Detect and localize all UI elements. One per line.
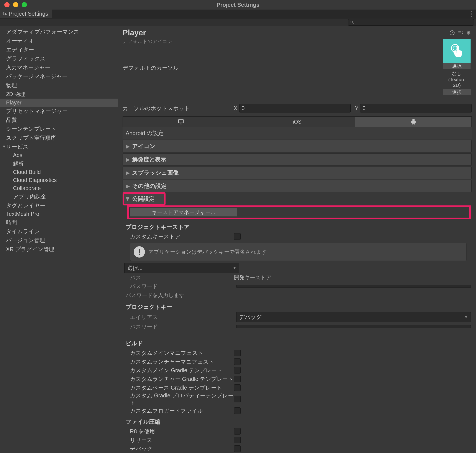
hotspot-y-label: Y <box>352 105 359 111</box>
tab-label: Project Settings <box>9 10 48 17</box>
gear-icon <box>2 11 7 16</box>
svg-rect-13 <box>411 121 412 123</box>
sidebar-item-textmesh-pro[interactable]: TextMesh Pro <box>0 210 118 218</box>
custom-keystore-checkbox[interactable] <box>234 233 241 240</box>
chevron-right-icon: ▶ <box>126 184 130 189</box>
sidebar-item-physics-2d[interactable]: 2D 物理 <box>0 90 118 99</box>
chevron-right-icon: ▶ <box>126 170 130 176</box>
hotspot-x-input[interactable]: 0 <box>239 104 351 113</box>
close-window-button[interactable] <box>4 2 10 7</box>
android-icon <box>410 119 417 125</box>
svg-rect-14 <box>415 121 416 123</box>
svg-rect-15 <box>413 124 413 125</box>
sidebar-item-quality[interactable]: 品質 <box>0 115 118 124</box>
debug-checkbox[interactable] <box>234 446 241 452</box>
sidebar-item-scene-template[interactable]: シーンテンプレート <box>0 124 118 133</box>
key-password-input[interactable] <box>236 325 471 328</box>
sidebar-item-player[interactable]: Player <box>0 99 118 107</box>
sidebar-item-version-control[interactable]: バージョン管理 <box>0 236 118 245</box>
svg-rect-7 <box>178 120 183 123</box>
custom-gradle-props-checkbox[interactable] <box>234 396 241 402</box>
alias-dropdown[interactable]: デバッグ ▼ <box>236 312 471 322</box>
preset-icon[interactable] <box>457 30 463 36</box>
sidebar-item-analytics[interactable]: 解析 <box>0 159 118 168</box>
zoom-window-button[interactable] <box>22 2 27 7</box>
sidebar-item-xr-plugin-management[interactable]: XR プラグイン管理 <box>0 245 118 254</box>
help-icon[interactable]: ? <box>449 30 455 36</box>
collapser-publish[interactable]: ▶ 公開設定 <box>124 193 165 205</box>
default-cursor-picker[interactable]: なし (Texture 2D) 選択 <box>443 70 471 95</box>
custom-launcher-gradle-checkbox[interactable] <box>234 376 241 382</box>
custom-base-gradle-checkbox[interactable] <box>234 384 241 391</box>
collapser-other[interactable]: ▶その他の設定 <box>123 180 472 192</box>
release-label: リリース <box>130 437 234 444</box>
sidebar-item-tags-layers[interactable]: タグとレイヤー <box>0 201 118 210</box>
desktop-icon <box>178 119 184 125</box>
hotspot-y-input[interactable]: 0 <box>360 104 472 113</box>
custom-main-gradle-label: カスタムメイン Gradle テンプレート <box>130 367 234 374</box>
platform-tab-android[interactable] <box>355 117 471 127</box>
sidebar-item-package-manager[interactable]: パッケージマネージャー <box>0 72 118 81</box>
platform-tab-ios[interactable]: iOS <box>239 117 355 127</box>
page-title: Player <box>123 28 146 37</box>
custom-base-gradle-label: カスタムベース Gradle テンプレート <box>130 384 234 391</box>
collapser-icon[interactable]: ▶アイコン <box>123 140 472 152</box>
touch-hand-icon <box>448 42 466 59</box>
sidebar-item-iap[interactable]: アプリ内課金 <box>0 192 118 201</box>
custom-main-gradle-checkbox[interactable] <box>234 367 241 374</box>
custom-proguard-label: カスタムプロガードファイル <box>130 407 234 414</box>
custom-main-manifest-label: カスタムメインマニフェスト <box>130 349 234 357</box>
file-compression-header: ファイル圧縮 <box>124 415 471 427</box>
settings-gear-icon[interactable] <box>466 30 472 36</box>
search-icon <box>350 20 354 25</box>
keystore-select-dropdown[interactable]: 選択... ▼ <box>124 263 239 273</box>
sidebar-item-adaptive-performance[interactable]: アダプティブパフォーマンス <box>0 27 118 36</box>
default-icon-select-button[interactable]: 選択 <box>443 63 471 69</box>
chevron-down-icon: ▼ <box>2 144 6 149</box>
chevron-down-icon: ▼ <box>464 315 468 319</box>
custom-proguard-checkbox[interactable] <box>234 407 241 414</box>
sidebar-item-cloud-build[interactable]: Cloud Build <box>0 168 118 176</box>
content-header: Player ? <box>118 26 476 38</box>
custom-main-manifest-checkbox[interactable] <box>234 350 241 356</box>
sidebar-item-graphics[interactable]: グラフィックス <box>0 54 118 63</box>
default-icon-picker[interactable]: 選択 <box>443 39 471 69</box>
tab-project-settings[interactable]: Project Settings <box>0 10 52 18</box>
sidebar-item-physics[interactable]: 物理 <box>0 81 118 90</box>
enter-password-hint: パスワードを入力します <box>124 290 471 300</box>
default-cursor-select-button[interactable]: 選択 <box>443 89 471 95</box>
sidebar-item-input-manager[interactable]: 入力マネージャー <box>0 63 118 72</box>
minimize-window-button[interactable] <box>13 2 18 7</box>
platform-tab-desktop[interactable] <box>123 117 239 127</box>
keystore-password-label: パスワード <box>130 283 234 290</box>
sidebar-services-foldout[interactable]: ▼ サービス <box>0 142 118 151</box>
sidebar-item-collaborate[interactable]: Collaborate <box>0 184 118 192</box>
search-bar-row <box>0 18 476 26</box>
tab-overflow-menu[interactable]: ⋮ <box>470 10 476 18</box>
sidebar-item-time[interactable]: 時間 <box>0 218 118 227</box>
search-input[interactable] <box>348 19 474 26</box>
collapser-resolution[interactable]: ▶解像度と表示 <box>123 153 472 166</box>
collapser-splash[interactable]: ▶スプラッシュ画像 <box>123 167 472 179</box>
svg-rect-16 <box>414 124 414 125</box>
release-checkbox[interactable] <box>234 437 241 443</box>
sidebar-item-script-execution-order[interactable]: スクリプト実行順序 <box>0 133 118 142</box>
platform-tabs: iOS <box>123 116 472 127</box>
sidebar-item-ads[interactable]: Ads <box>0 151 118 159</box>
svg-text:?: ? <box>451 31 453 35</box>
sidebar-item-preset-manager[interactable]: プリセットマネージャー <box>0 107 118 115</box>
titlebar: Project Settings <box>0 0 476 10</box>
keystore-password-input[interactable] <box>236 285 471 288</box>
sidebar-item-editor[interactable]: エディター <box>0 45 118 54</box>
key-password-label: パスワード <box>130 323 234 330</box>
keystore-manager-button[interactable]: キーストアマネージャー... <box>130 208 237 217</box>
sidebar-item-audio[interactable]: オーディオ <box>0 36 118 45</box>
hotspot-x-label: X <box>232 105 238 111</box>
custom-launcher-manifest-checkbox[interactable] <box>234 358 241 365</box>
project-key-header: プロジェクトキー <box>124 300 471 312</box>
r8-checkbox[interactable] <box>234 428 241 435</box>
default-cursor-label: デフォルトのカーソル <box>123 64 229 71</box>
sidebar-item-timeline[interactable]: タイムライン <box>0 227 118 236</box>
sidebar-item-cloud-diagnostics[interactable]: Cloud Diagnostics <box>0 176 118 184</box>
default-cursor-none-label: なし (Texture 2D) <box>443 70 471 89</box>
